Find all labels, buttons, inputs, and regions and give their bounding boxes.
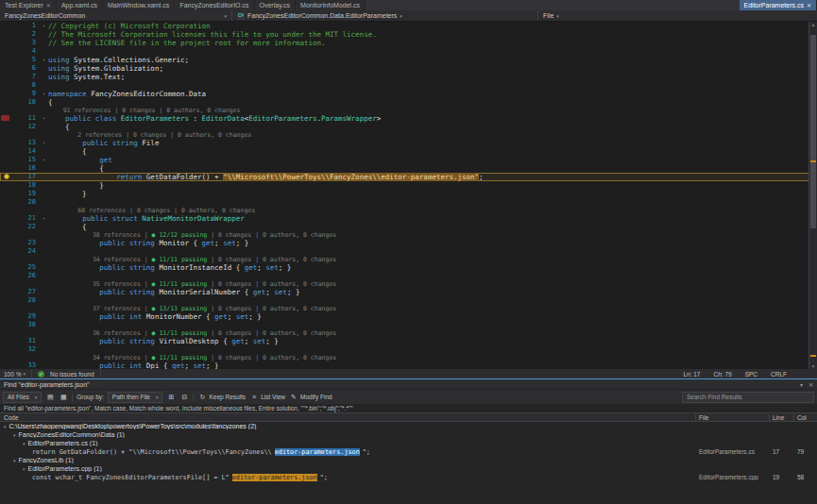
- code-line[interactable]: 10{: [0, 98, 817, 107]
- files-filter-dropdown[interactable]: All Files ▾: [3, 392, 42, 403]
- chevron-down-icon[interactable]: ▾: [800, 381, 803, 388]
- code-line[interactable]: 2// The Microsoft Corporation licenses t…: [0, 30, 817, 39]
- find-group-row[interactable]: ▾FancyZonesLib (1): [0, 456, 817, 464]
- close-icon[interactable]: ✕: [807, 2, 811, 8]
- expander-icon[interactable]: ▾: [13, 458, 16, 463]
- codelens-row[interactable]: 37 references | ● 13/13 passing | 0 chan…: [0, 305, 817, 312]
- code-line[interactable]: 33 public int Dpi { get; set; }: [0, 361, 817, 369]
- eol-indicator[interactable]: CRLF: [771, 371, 787, 378]
- code-line[interactable]: 8: [0, 81, 817, 90]
- code-line[interactable]: 25 public string MonitorInstanceId { get…: [0, 263, 817, 272]
- codelens-row[interactable]: 34 references | ● 11/11 passing | 0 chan…: [0, 256, 817, 263]
- active-document-tab[interactable]: EditorParameters.cs ✕: [740, 0, 817, 10]
- code-line[interactable]: 26: [0, 272, 817, 280]
- codelens-row[interactable]: 2 references | 0 changes | 0 authors, 0 …: [0, 131, 817, 139]
- modify-find-button[interactable]: ✎ Modify Find: [289, 393, 332, 402]
- column-header-line[interactable]: Line: [770, 414, 794, 421]
- code-line[interactable]: 21▾ public struct NativeMonitorDataWrapp…: [0, 214, 817, 223]
- spaces-indicator[interactable]: SPC: [745, 371, 757, 378]
- find-group-row[interactable]: ▾EditorParameters.cpp (1): [0, 464, 817, 473]
- code-line[interactable]: 15▾ get: [0, 156, 817, 164]
- column-header-col[interactable]: Col: [794, 414, 817, 421]
- code-line[interactable]: 12 {: [0, 123, 817, 131]
- code-line[interactable]: 20: [0, 198, 817, 207]
- code-line[interactable]: 22 {: [0, 223, 817, 231]
- lightbulb-icon[interactable]: [4, 174, 9, 179]
- code-line[interactable]: 29 public int MonitorNumber { get; set; …: [0, 312, 817, 321]
- code-line[interactable]: 17 return GetDataFolder() + "\\Microsoft…: [0, 173, 817, 181]
- search-results-input[interactable]: [682, 392, 814, 403]
- find-result-row[interactable]: return GetDataFolder() + "\\Microsoft\\P…: [0, 447, 817, 456]
- scroll-up-icon[interactable]: ▲: [809, 22, 817, 27]
- code-line[interactable]: 30: [0, 321, 817, 329]
- document-tab[interactable]: MainWindow.xaml.cs: [103, 0, 175, 10]
- find-group-row[interactable]: ▾FancyZonesEditorCommon\Data (1): [0, 430, 817, 439]
- code-line[interactable]: 32: [0, 345, 817, 354]
- code-line[interactable]: 6using System.Globalization;: [0, 64, 817, 73]
- document-tab[interactable]: Overlay.cs: [255, 0, 297, 10]
- fold-chevron-icon[interactable]: ▾: [40, 90, 48, 98]
- close-icon[interactable]: ✕: [46, 2, 51, 8]
- scroll-down-icon[interactable]: ▼: [809, 363, 817, 369]
- code-line[interactable]: 11▾ public class EditorParameters : Edit…: [0, 114, 817, 123]
- code-line[interactable]: 14 {: [0, 147, 817, 156]
- close-icon[interactable]: ✕: [808, 381, 813, 388]
- codelens-row[interactable]: 36 references | ● 11/11 passing | 0 chan…: [0, 329, 817, 337]
- code-line[interactable]: 18 }: [0, 181, 817, 190]
- fold-chevron-icon[interactable]: ▾: [40, 139, 48, 147]
- code-line[interactable]: 31 public string VirtualDesktop { get; s…: [0, 337, 817, 345]
- codelens-row[interactable]: 38 references | ● 12/12 passing | 0 chan…: [0, 231, 817, 239]
- zoom-control[interactable]: 100 % ▾: [4, 371, 26, 378]
- codelens-row[interactable]: 34 references | ● 11/11 passing | 0 chan…: [0, 354, 817, 361]
- document-tab[interactable]: Test Explorer✕: [0, 0, 57, 10]
- expander-icon[interactable]: ▾: [23, 441, 26, 446]
- scrollbar-thumb[interactable]: [810, 35, 816, 228]
- code-line[interactable]: 4: [0, 47, 817, 56]
- panel-title-bar[interactable]: Find "editor-parameters.json" ▾ ✕: [0, 379, 817, 389]
- fold-chevron-icon[interactable]: ▾: [40, 214, 48, 223]
- groupby-dropdown[interactable]: Path then File ▾: [108, 392, 163, 403]
- fold-chevron-icon[interactable]: ▾: [40, 156, 48, 164]
- fold-chevron-icon[interactable]: ▾: [40, 22, 48, 30]
- column-header-code[interactable]: Code: [0, 414, 696, 421]
- find-group-row[interactable]: ▾C:\Users\zhaopengwang\Desktop\powertoys…: [0, 422, 817, 430]
- code-line[interactable]: 9▾namespace FancyZonesEditorCommon.Data: [0, 90, 817, 98]
- project-dropdown[interactable]: FancyZonesEditorCommon ▾: [0, 10, 232, 21]
- code-line[interactable]: 7using System.Text;: [0, 73, 817, 81]
- code-editor[interactable]: 1▾// Copyright (c) Microsoft Corporation…: [0, 22, 817, 369]
- type-dropdown[interactable]: C# FancyZonesEditorCommon.Data.EditorPar…: [232, 10, 538, 21]
- code-line[interactable]: 27 public string MonitorSerialNumber { g…: [0, 288, 817, 296]
- code-line[interactable]: 13▾ public string File: [0, 139, 817, 147]
- collapse-all-icon[interactable]: ⊟: [179, 393, 189, 402]
- code-line[interactable]: 24: [0, 247, 817, 256]
- list-view-button[interactable]: ≡ List View: [249, 393, 285, 402]
- codelens-row[interactable]: 60 references | 0 changes | 0 authors, 0…: [0, 207, 817, 214]
- health-check-icon[interactable]: ✓: [38, 371, 44, 378]
- fold-chevron-icon[interactable]: ▾: [40, 56, 48, 64]
- copy-icon[interactable]: ▤: [45, 393, 55, 402]
- code-line[interactable]: 28: [0, 296, 817, 305]
- expand-all-icon[interactable]: ⊞: [166, 393, 176, 402]
- expander-icon[interactable]: ▾: [13, 432, 16, 438]
- code-line[interactable]: 5▾using System.Collections.Generic;: [0, 56, 817, 64]
- document-tab[interactable]: MonitorInfoModel.cs: [296, 0, 366, 10]
- document-tab[interactable]: FancyZonesEditorIO.cs: [175, 0, 254, 10]
- code-line[interactable]: 3// See the LICENSE file in the project …: [0, 39, 817, 47]
- find-result-row[interactable]: const wchar_t FancyZonesEditorParameters…: [0, 473, 817, 481]
- select-all-icon[interactable]: ▦: [59, 393, 68, 402]
- codelens-row[interactable]: 35 references | ● 11/11 passing | 0 chan…: [0, 280, 817, 288]
- expander-icon[interactable]: ▾: [23, 466, 26, 472]
- column-header-file[interactable]: File: [696, 414, 770, 421]
- find-group-row[interactable]: ▾EditorParameters.cs (1): [0, 439, 817, 447]
- code-line[interactable]: 16 {: [0, 164, 817, 173]
- code-line[interactable]: 23 public string Monitor { get; set; }: [0, 239, 817, 247]
- editor-scrollbar[interactable]: ▲ ▼: [808, 22, 817, 369]
- codelens-row[interactable]: 91 references | 0 changes | 0 authors, 0…: [0, 107, 817, 114]
- keep-results-button[interactable]: ↻ Keep Results: [197, 393, 246, 402]
- document-tab[interactable]: App.xaml.cs: [57, 0, 103, 10]
- expander-icon[interactable]: ▾: [4, 424, 7, 429]
- code-line[interactable]: 19 }: [0, 190, 817, 198]
- fold-chevron-icon[interactable]: ▾: [40, 114, 48, 123]
- code-line[interactable]: 1▾// Copyright (c) Microsoft Corporation: [0, 22, 817, 30]
- member-dropdown[interactable]: File ▾: [538, 10, 817, 21]
